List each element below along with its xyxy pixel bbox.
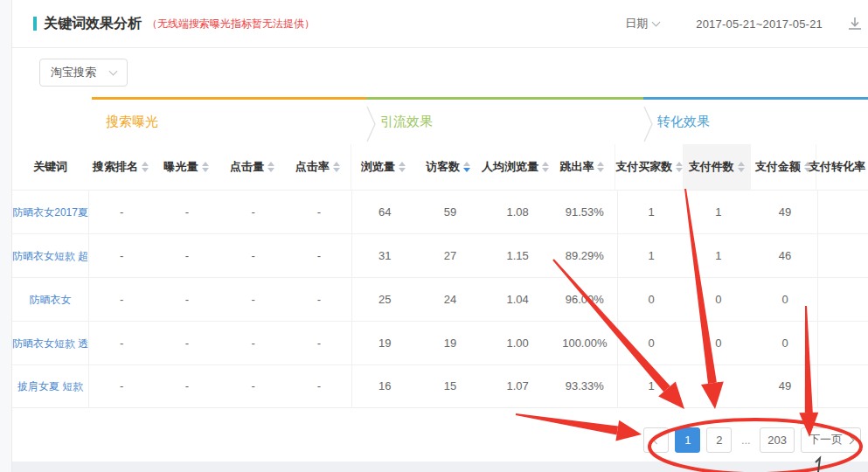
sort-up-caret xyxy=(142,162,149,166)
table-cell: 1.00 xyxy=(483,322,552,365)
group-header-1: 搜索曝光 xyxy=(92,97,366,144)
column-header-9[interactable]: 跳出率 xyxy=(550,144,615,190)
group-divider-chevron xyxy=(366,105,377,143)
table-cell: 93.33% xyxy=(552,364,617,408)
sort-carets-icon[interactable] xyxy=(597,162,604,172)
title-accent-bar xyxy=(33,17,37,31)
sort-up-caret xyxy=(463,162,470,166)
table-cell: - xyxy=(287,278,352,322)
column-header-10[interactable]: 支付买家数 xyxy=(615,144,683,190)
date-range-value[interactable]: 2017-05-21~2017-05-21 xyxy=(696,17,823,31)
table-cell: 64 xyxy=(351,191,417,234)
column-header-label: 点击率 xyxy=(295,159,330,175)
table-cell xyxy=(817,234,868,278)
table-cell: - xyxy=(287,191,352,234)
table-cell: - xyxy=(154,191,220,234)
column-header-label: 曝光量 xyxy=(164,159,198,175)
table-cell xyxy=(817,364,868,408)
page-button-2[interactable]: 2 xyxy=(706,427,732,453)
table-cell: 24 xyxy=(417,278,483,322)
sort-down-caret xyxy=(399,168,406,172)
table-cell: 0 xyxy=(684,278,753,322)
channel-dropdown[interactable]: 淘宝搜索 xyxy=(39,59,128,87)
table-cell: - xyxy=(88,278,154,322)
table-cell: 19 xyxy=(351,322,417,365)
sort-carets-icon[interactable] xyxy=(542,162,549,172)
column-header-label: 点击量 xyxy=(230,159,264,175)
page-button-1[interactable]: 1 xyxy=(675,427,700,453)
table-row: 防晒衣女短款 透----19191.00100.00%000 xyxy=(12,321,868,364)
table-cell: - xyxy=(287,234,352,278)
column-header-12[interactable]: 支付金额 xyxy=(751,144,816,190)
sort-carets-icon[interactable] xyxy=(399,162,406,172)
column-header-13[interactable]: 支付转化率 xyxy=(816,144,868,190)
table-cell: 91.53% xyxy=(552,191,617,234)
table-row: 防晒衣女2017夏----64591.0891.53%1149 xyxy=(12,190,868,233)
table-cell: 1 xyxy=(684,234,753,278)
download-icon[interactable] xyxy=(845,14,865,33)
prev-page-button[interactable] xyxy=(643,427,669,453)
table-cell xyxy=(817,322,868,365)
sort-carets-icon[interactable] xyxy=(333,162,340,172)
sort-up-caret xyxy=(267,162,274,166)
sort-down-caret xyxy=(202,168,209,172)
table-cell: 27 xyxy=(417,234,483,278)
column-header-2[interactable]: 搜索排名 xyxy=(88,144,153,190)
channel-dropdown-value: 淘宝搜索 xyxy=(51,65,96,80)
table-cell: - xyxy=(220,364,287,408)
sort-carets-icon[interactable] xyxy=(142,162,149,172)
table-cell: 1.08 xyxy=(483,191,552,234)
sort-down-caret xyxy=(676,168,683,172)
table-cell: 46 xyxy=(753,234,818,278)
column-header-4[interactable]: 点击量 xyxy=(219,144,285,190)
sort-carets-icon[interactable] xyxy=(463,162,470,172)
table-row: 防晒衣女----25241.0496.00%000 xyxy=(12,277,868,321)
column-header-label: 关键词 xyxy=(33,159,67,175)
table-cell: 1.15 xyxy=(483,234,552,278)
table-cell: - xyxy=(220,322,287,365)
sort-down-caret xyxy=(542,168,549,172)
table-cell: - xyxy=(287,364,352,408)
column-header-6[interactable]: 浏览量 xyxy=(351,144,416,190)
table-cell: 0 xyxy=(617,278,684,322)
table-cell: - xyxy=(154,322,220,365)
sort-carets-icon[interactable] xyxy=(267,162,274,172)
column-header-label: 人均浏览量 xyxy=(482,159,538,175)
group-header-2: 引流效果 xyxy=(366,97,643,144)
chevron-down-icon xyxy=(109,67,118,76)
filter-row: 淘宝搜索 xyxy=(12,48,868,97)
keyword-link[interactable]: 防晒衣女短款 透 xyxy=(12,322,88,365)
column-header-7[interactable]: 访客数 xyxy=(415,144,481,190)
date-filter-label[interactable]: 日期 xyxy=(625,16,648,31)
chevron-right-icon xyxy=(846,435,855,444)
chevron-down-icon[interactable] xyxy=(652,18,661,27)
keyword-link[interactable]: 防晒衣女短款 超 xyxy=(12,234,88,278)
keyword-analysis-panel: 关键词效果分析 （无线端搜索曝光指标暂无法提供） 日期 2017-05-21~2… xyxy=(12,0,868,462)
sort-down-caret xyxy=(142,168,149,172)
column-header-11[interactable]: 支付件数 xyxy=(683,144,750,190)
table-cell: - xyxy=(88,364,154,408)
group-cell-empty xyxy=(12,97,92,144)
column-header-3[interactable]: 曝光量 xyxy=(153,144,219,190)
table-cell: - xyxy=(220,191,287,234)
table-cell xyxy=(817,191,868,234)
table-cell: 49 xyxy=(753,191,818,234)
table-cell: 19 xyxy=(417,322,483,365)
sort-down-caret xyxy=(463,168,470,172)
keyword-link[interactable]: 防晒衣女2017夏 xyxy=(12,191,88,234)
table-cell: 1 xyxy=(684,191,753,234)
keyword-link[interactable]: 披肩女夏 短款 xyxy=(12,364,88,408)
next-page-button[interactable]: 下一页 xyxy=(801,427,861,453)
column-header-8[interactable]: 人均浏览量 xyxy=(481,144,549,190)
keyword-link[interactable]: 防晒衣女 xyxy=(12,278,88,322)
sort-carets-icon[interactable] xyxy=(738,162,745,172)
sort-carets-icon[interactable] xyxy=(676,162,683,172)
page-button-203[interactable]: 203 xyxy=(760,427,795,453)
column-header-label: 支付金额 xyxy=(755,159,801,175)
sort-carets-icon[interactable] xyxy=(202,162,209,172)
table-cell: - xyxy=(287,322,352,365)
sort-up-caret xyxy=(542,162,549,166)
column-header-1: 关键词 xyxy=(12,144,88,190)
column-header-5[interactable]: 点击率 xyxy=(285,144,350,190)
next-page-label: 下一页 xyxy=(809,432,843,448)
